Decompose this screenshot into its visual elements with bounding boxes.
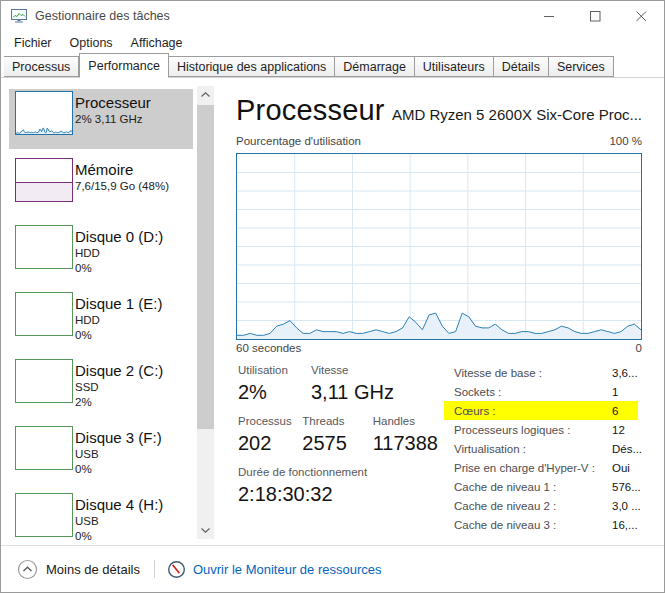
resource-title: Processeur (75, 93, 151, 112)
spec-row: Cache de niveau 1 : 576... (444, 477, 638, 496)
processus-value: 202 (238, 431, 302, 456)
tab[interactable]: Services (549, 56, 614, 77)
tab[interactable]: Démarrage (335, 56, 415, 77)
maximize-button[interactable] (572, 1, 618, 31)
spec-row: Sockets : 1 (444, 382, 638, 401)
tab[interactable]: Détails (494, 56, 549, 77)
chevron-up-circle-icon (17, 559, 38, 580)
spec-value: 12 (612, 424, 625, 436)
spec-value: 3,6... (612, 367, 638, 379)
spec-value: Dés... (612, 443, 642, 455)
utilisation-label: Utilisation (238, 363, 311, 377)
scroll-up-icon (201, 92, 210, 97)
chart-xmin-label: 60 secondes (236, 342, 301, 354)
less-details-button[interactable]: Moins de détails (17, 559, 140, 580)
minimize-icon (544, 11, 555, 22)
spec-row: Cache de niveau 3 : 16,... (444, 515, 638, 534)
resource-title: Disque 0 (D:) (75, 227, 163, 246)
resource-monitor-icon (167, 560, 186, 579)
vitesse-label: Vitesse (311, 363, 391, 377)
spec-label: Processeurs logiques : (454, 424, 570, 436)
minimize-button[interactable] (526, 1, 572, 31)
sidebar-resource-item[interactable]: Disque 2 (C:) SSD 2% (9, 357, 193, 417)
close-button[interactable] (618, 1, 664, 31)
vitesse-value: 3,11 GHz (311, 380, 391, 405)
resource-detail-1: SSD (75, 380, 163, 395)
spec-label: Cache de niveau 1 : (454, 481, 556, 493)
resource-title: Disque 2 (C:) (75, 361, 163, 380)
sidebar-resource-item[interactable]: Disque 0 (D:) HDD 0% (9, 223, 193, 283)
page-title: Processeur (236, 94, 385, 127)
resource-thumbnail (15, 91, 73, 135)
resource-monitor-label: Ouvrir le Moniteur de ressources (193, 562, 382, 577)
resource-thumbnail (15, 292, 73, 336)
processus-label: Processus (238, 414, 302, 428)
spec-label: Prise en charge d'Hyper-V : (454, 462, 595, 474)
resource-thumbnail (15, 426, 73, 470)
scroll-up-button[interactable] (197, 86, 214, 103)
tab[interactable]: Processus (4, 56, 79, 77)
menu-bar: FichierOptionsAffichage (1, 31, 664, 54)
spec-value: 1 (612, 386, 618, 398)
threads-value: 2575 (302, 431, 372, 456)
tab[interactable]: Utilisateurs (415, 56, 494, 77)
chart-ylabel: Pourcentage d'utilisation (236, 135, 361, 147)
resource-detail-2: 2% (75, 395, 163, 410)
resource-title: Disque 1 (E:) (75, 294, 163, 313)
sidebar-resource-item[interactable]: Disque 4 (H:) USB 0% (9, 491, 193, 551)
resource-sidebar: Processeur 2% 3,11 GHz Mémoire 7,6/15,9 … (9, 89, 193, 558)
task-manager-window: Gestionnaire des tâches FichierOptionsAf… (0, 0, 665, 593)
resource-detail-1: 2% 3,11 GHz (75, 112, 151, 127)
spec-row: Prise en charge d'Hyper-V : Oui (444, 458, 638, 477)
sidebar-resource-item[interactable]: Processeur 2% 3,11 GHz (9, 89, 193, 149)
resource-detail-2: 0% (75, 261, 163, 276)
handles-value: 117388 (373, 431, 438, 456)
cpu-sparkline (16, 92, 72, 134)
menu-item[interactable]: Affichage (122, 33, 192, 53)
close-icon (636, 11, 647, 22)
scroll-down-button[interactable] (197, 522, 214, 539)
chart-xmax-label: 0 (636, 342, 642, 354)
spec-row: Vitesse de base : 3,6... (444, 363, 638, 382)
resource-detail-1: USB (75, 514, 163, 529)
resource-title: Disque 3 (F:) (75, 428, 162, 447)
cpu-detail-pane: Processeur AMD Ryzen 5 2600X Six-Core Pr… (236, 79, 656, 547)
spec-label: Cœurs : (454, 405, 496, 417)
window-title: Gestionnaire des tâches (35, 9, 170, 23)
open-resource-monitor-link[interactable]: Ouvrir le Moniteur de ressources (167, 560, 382, 579)
less-details-label: Moins de détails (46, 562, 140, 577)
resource-thumbnail (15, 359, 73, 403)
sidebar-scrollbar[interactable] (197, 86, 214, 539)
spec-label: Virtualisation : (454, 443, 526, 455)
spec-value: 6 (612, 405, 618, 417)
resource-detail-1: HDD (75, 313, 163, 328)
sidebar-resource-item[interactable]: Disque 1 (E:) HDD 0% (9, 290, 193, 350)
maximize-icon (590, 11, 601, 22)
cpu-spec-list: Vitesse de base : 3,6... Sockets : 1 Cœu… (444, 363, 638, 534)
performance-content: Processeur 2% 3,11 GHz Mémoire 7,6/15,9 … (1, 79, 664, 547)
spec-label: Sockets : (454, 386, 501, 398)
tab[interactable]: Historique des applications (169, 56, 335, 77)
uptime-label: Durée de fonctionnement (238, 465, 367, 479)
spec-label: Cache de niveau 2 : (454, 500, 556, 512)
footer-divider (154, 560, 155, 578)
spec-value: 16,... (612, 519, 638, 531)
sidebar-resource-item[interactable]: Disque 3 (F:) USB 0% (9, 424, 193, 484)
resource-detail-2: 0% (75, 328, 163, 343)
spec-label: Vitesse de base : (454, 367, 542, 379)
threads-label: Threads (302, 414, 372, 428)
resource-detail-1: 7,6/15,9 Go (48%) (75, 179, 169, 194)
spec-row: Cache de niveau 2 : 3,0 ... (444, 496, 638, 515)
tab[interactable]: Performance (79, 53, 169, 78)
menu-item[interactable]: Fichier (5, 33, 61, 53)
resource-title: Disque 4 (H:) (75, 495, 163, 514)
resource-detail-1: USB (75, 447, 162, 462)
resource-detail-2: 0% (75, 462, 162, 477)
spec-value: Oui (612, 462, 630, 474)
menu-item[interactable]: Options (61, 33, 122, 53)
tab-strip: ProcessusPerformanceHistorique des appli… (1, 54, 664, 78)
spec-label: Cache de niveau 3 : (454, 519, 556, 531)
sidebar-resource-item[interactable]: Mémoire 7,6/15,9 Go (48%) (9, 156, 193, 216)
task-manager-app-icon (11, 8, 28, 24)
scrollbar-thumb[interactable] (197, 105, 214, 429)
